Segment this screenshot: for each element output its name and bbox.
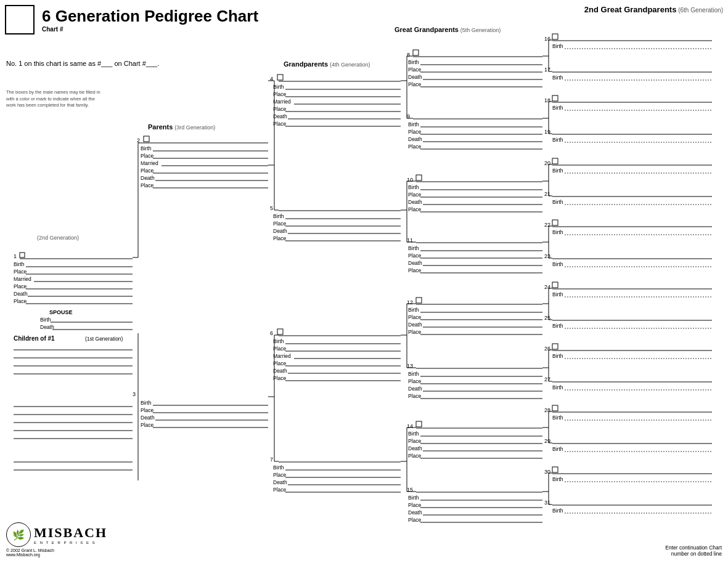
- svg-text:Place: Place: [408, 502, 422, 508]
- svg-rect-222: [552, 34, 558, 39]
- svg-text:Place: Place: [408, 206, 422, 213]
- svg-text:Place: Place: [273, 487, 287, 493]
- svg-text:Death: Death: [273, 479, 287, 485]
- footer-note: Enter continuation Chart number on dotte…: [665, 545, 722, 557]
- svg-text:12: 12: [407, 299, 413, 306]
- svg-text:Place: Place: [273, 360, 287, 367]
- svg-text:Death: Death: [408, 445, 422, 452]
- svg-text:Place: Place: [273, 221, 287, 227]
- copyright: © 2002 Grant L. Misbach: [6, 548, 107, 553]
- svg-text:Children of #1: Children of #1: [14, 335, 55, 342]
- svg-text:6: 6: [270, 330, 273, 336]
- svg-text:Married: Married: [273, 353, 291, 359]
- svg-text:Place: Place: [14, 298, 27, 304]
- svg-text:Place: Place: [273, 91, 287, 97]
- svg-text:Birth: Birth: [40, 317, 51, 323]
- svg-rect-122: [413, 50, 419, 55]
- svg-text:30: 30: [544, 469, 550, 475]
- svg-text:Married: Married: [273, 99, 291, 105]
- svg-rect-185: [416, 421, 422, 427]
- svg-text:Place: Place: [273, 472, 287, 478]
- svg-text:18: 18: [544, 97, 550, 103]
- page: 6 Generation Pedigree Chart Chart # 2nd …: [0, 0, 728, 563]
- svg-text:Place: Place: [408, 393, 422, 399]
- svg-text:Place: Place: [273, 121, 287, 127]
- svg-text:Married: Married: [141, 160, 158, 166]
- svg-text:Birth: Birth: [552, 353, 563, 359]
- svg-text:Place: Place: [408, 81, 422, 87]
- svg-text:16: 16: [544, 36, 550, 42]
- svg-text:Birth: Birth: [552, 323, 563, 329]
- svg-text:Place: Place: [408, 129, 422, 135]
- svg-rect-267: [552, 344, 558, 349]
- svg-text:10: 10: [407, 177, 413, 183]
- chart-svg: 1 Birth Place Married Place Death Place …: [0, 0, 728, 563]
- svg-text:14: 14: [407, 423, 413, 429]
- svg-text:(1st Generation): (1st Generation): [85, 336, 123, 342]
- svg-text:Birth: Birth: [552, 291, 563, 298]
- svg-text:Death: Death: [408, 136, 422, 142]
- svg-text:Birth: Birth: [552, 199, 563, 205]
- svg-rect-249: [552, 220, 558, 225]
- svg-text:7: 7: [270, 456, 273, 463]
- svg-text:Birth: Birth: [552, 508, 563, 514]
- svg-text:Birth: Birth: [14, 261, 25, 267]
- svg-text:Place: Place: [408, 453, 422, 459]
- svg-text:Birth: Birth: [273, 338, 284, 344]
- svg-text:Birth: Birth: [552, 43, 563, 49]
- svg-text:Birth: Birth: [408, 59, 419, 65]
- svg-rect-143: [416, 175, 422, 180]
- svg-text:24: 24: [544, 284, 550, 290]
- svg-text:Birth: Birth: [273, 213, 284, 219]
- svg-text:Birth: Birth: [408, 307, 419, 313]
- svg-rect-45: [144, 136, 149, 142]
- svg-text:Place: Place: [273, 346, 287, 352]
- svg-text:Death: Death: [273, 228, 287, 234]
- svg-text:5: 5: [270, 205, 273, 211]
- svg-text:Birth: Birth: [552, 384, 563, 391]
- svg-text:Place: Place: [408, 378, 422, 384]
- svg-text:Place: Place: [273, 106, 287, 112]
- svg-text:Birth: Birth: [273, 464, 284, 471]
- svg-rect-240: [552, 158, 558, 164]
- misbach-name: MISBACH E N T E R P R I S E S: [34, 525, 107, 545]
- svg-text:22: 22: [544, 222, 550, 228]
- svg-text:Place: Place: [141, 153, 154, 159]
- svg-text:Birth: Birth: [408, 371, 419, 377]
- svg-text:Place: Place: [141, 407, 154, 413]
- svg-text:Birth: Birth: [408, 431, 419, 437]
- svg-text:1: 1: [14, 253, 17, 259]
- svg-text:Birth: Birth: [552, 75, 563, 81]
- svg-text:Birth: Birth: [552, 446, 563, 452]
- svg-text:Death: Death: [408, 199, 422, 205]
- svg-text:Place: Place: [141, 168, 154, 174]
- svg-text:Death: Death: [408, 260, 422, 266]
- svg-text:Place: Place: [408, 314, 422, 320]
- svg-text:Death: Death: [408, 386, 422, 392]
- svg-text:Birth: Birth: [408, 495, 419, 501]
- svg-text:20: 20: [544, 160, 550, 166]
- svg-text:Place: Place: [14, 269, 27, 275]
- svg-text:Place: Place: [273, 235, 287, 241]
- svg-rect-258: [552, 282, 558, 288]
- logo-area: 🌿 MISBACH E N T E R P R I S E S © 2002 G…: [6, 522, 107, 557]
- svg-rect-164: [416, 298, 422, 303]
- svg-rect-285: [552, 467, 558, 472]
- svg-text:Birth: Birth: [552, 105, 563, 111]
- svg-text:Birth: Birth: [141, 400, 152, 406]
- svg-rect-64: [277, 75, 283, 80]
- svg-text:Death: Death: [141, 415, 155, 421]
- svg-text:Place: Place: [408, 67, 422, 73]
- svg-text:Death: Death: [40, 324, 54, 330]
- svg-text:Birth: Birth: [552, 229, 563, 235]
- svg-rect-89: [277, 329, 283, 334]
- svg-text:Birth: Birth: [273, 84, 284, 90]
- svg-text:Place: Place: [141, 422, 154, 428]
- svg-text:Birth: Birth: [408, 245, 419, 251]
- svg-text:Death: Death: [14, 291, 28, 297]
- svg-text:Death: Death: [273, 368, 287, 374]
- svg-text:Place: Place: [408, 517, 422, 523]
- svg-text:Place: Place: [141, 182, 154, 188]
- svg-text:Birth: Birth: [552, 261, 563, 267]
- svg-text:Death: Death: [141, 175, 155, 181]
